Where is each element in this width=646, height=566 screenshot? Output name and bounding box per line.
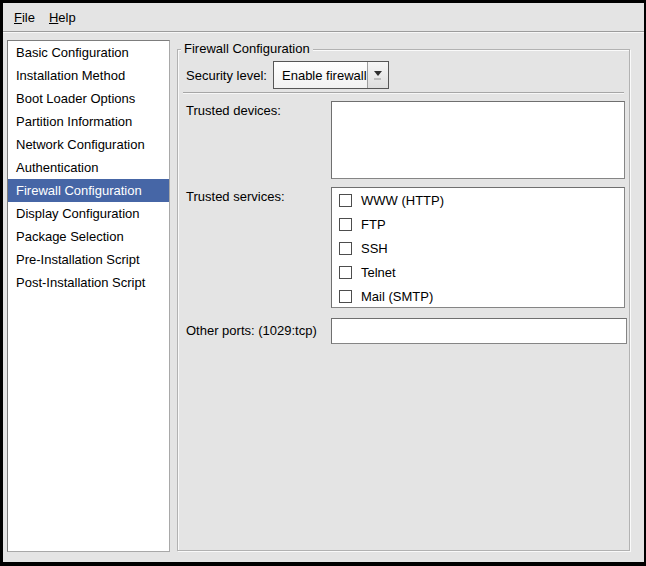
service-row-telnet: Telnet bbox=[332, 260, 624, 284]
menu-help-mnemonic: H bbox=[49, 10, 58, 25]
dropdown-arrow-button[interactable] bbox=[367, 62, 388, 88]
checkbox-ssh[interactable] bbox=[339, 242, 352, 255]
menu-help-label: elp bbox=[58, 10, 75, 25]
security-level-label: Security level: bbox=[186, 69, 267, 83]
service-row-ssh: SSH bbox=[332, 236, 624, 260]
sidebar-item-post-installation-script[interactable]: Post-Installation Script bbox=[8, 271, 169, 294]
service-row-mail-smtp: Mail (SMTP) bbox=[332, 284, 624, 308]
security-level-dropdown[interactable]: Enable firewall bbox=[273, 61, 389, 89]
category-list[interactable]: Basic Configuration Installation Method … bbox=[7, 40, 170, 552]
other-ports-label: Other ports: (1029:tcp) bbox=[186, 324, 317, 338]
service-row-ftp: FTP bbox=[332, 212, 624, 236]
chevron-down-icon bbox=[374, 71, 382, 76]
sidebar-item-basic-configuration[interactable]: Basic Configuration bbox=[8, 41, 169, 64]
checkbox-ftp[interactable] bbox=[339, 218, 352, 231]
app-window: File Help Basic Configuration Installati… bbox=[3, 3, 644, 562]
trusted-services-list[interactable]: WWW (HTTP) FTP SSH Telnet Mail (SMTP) bbox=[331, 187, 625, 308]
sidebar-item-firewall-configuration[interactable]: Firewall Configuration bbox=[8, 179, 169, 202]
menu-bar: File Help bbox=[3, 3, 644, 31]
sidebar-item-network-configuration[interactable]: Network Configuration bbox=[8, 133, 169, 156]
service-label-ftp: FTP bbox=[361, 217, 386, 232]
service-label-telnet: Telnet bbox=[361, 265, 396, 280]
menu-file-label: ile bbox=[22, 10, 35, 25]
sidebar-item-boot-loader-options[interactable]: Boot Loader Options bbox=[8, 87, 169, 110]
frame-title: Firewall Configuration bbox=[181, 42, 313, 56]
trusted-services-label: Trusted services: bbox=[186, 190, 285, 204]
service-label-ssh: SSH bbox=[361, 241, 388, 256]
menu-file-mnemonic: F bbox=[14, 10, 22, 25]
security-level-value: Enable firewall bbox=[274, 62, 367, 88]
sidebar-item-authentication[interactable]: Authentication bbox=[8, 156, 169, 179]
menu-help[interactable]: Help bbox=[42, 7, 83, 28]
checkbox-www-http[interactable] bbox=[339, 194, 352, 207]
menubar-separator bbox=[3, 31, 644, 33]
service-row-www-http: WWW (HTTP) bbox=[332, 188, 624, 212]
service-label-mail-smtp: Mail (SMTP) bbox=[361, 289, 433, 304]
sidebar-item-pre-installation-script[interactable]: Pre-Installation Script bbox=[8, 248, 169, 271]
sidebar-item-installation-method[interactable]: Installation Method bbox=[8, 64, 169, 87]
other-ports-input[interactable] bbox=[331, 318, 627, 344]
service-label-www-http: WWW (HTTP) bbox=[361, 193, 444, 208]
sidebar-item-display-configuration[interactable]: Display Configuration bbox=[8, 202, 169, 225]
sidebar-item-partition-information[interactable]: Partition Information bbox=[8, 110, 169, 133]
section-separator bbox=[183, 92, 624, 94]
sidebar-item-package-selection[interactable]: Package Selection bbox=[8, 225, 169, 248]
trusted-devices-list[interactable] bbox=[331, 101, 625, 179]
checkbox-telnet[interactable] bbox=[339, 266, 352, 279]
chevron-shadow-icon bbox=[374, 78, 381, 80]
trusted-devices-label: Trusted devices: bbox=[186, 104, 281, 118]
checkbox-mail-smtp[interactable] bbox=[339, 290, 352, 303]
menu-file[interactable]: File bbox=[7, 7, 42, 28]
